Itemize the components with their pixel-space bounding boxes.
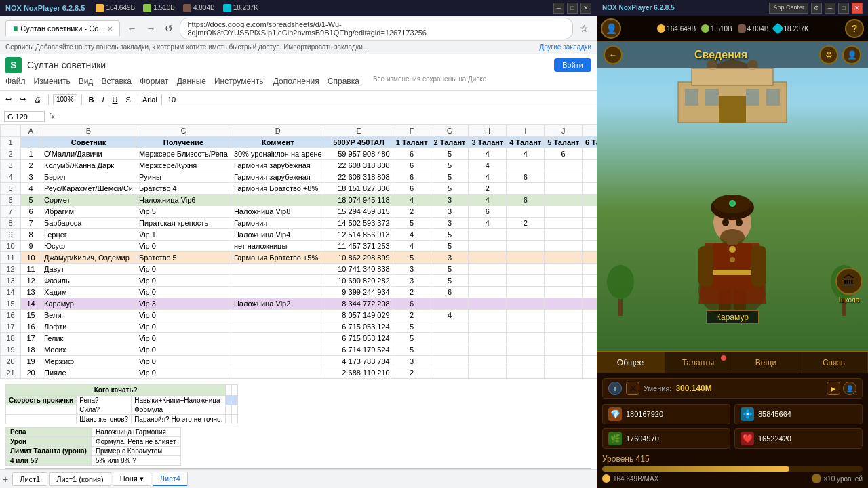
col-h-header[interactable]: H xyxy=(469,125,507,137)
back-button[interactable]: ← xyxy=(124,22,139,35)
tab-general[interactable]: Общее xyxy=(597,352,665,373)
menu-view[interactable]: Вид xyxy=(79,75,94,87)
sheet-tab-1[interactable]: Лист1 xyxy=(12,472,47,486)
close-icon[interactable]: ✕ xyxy=(107,25,113,33)
font-name[interactable]: Arial xyxy=(142,96,157,104)
row-20-name[interactable]: Мержиф xyxy=(41,356,136,367)
col-a-header[interactable]: A xyxy=(21,125,41,137)
col-f-header[interactable]: F xyxy=(393,125,431,137)
row-8-name[interactable]: Барбароса xyxy=(41,218,136,229)
nox-close[interactable]: ✕ xyxy=(580,3,591,14)
maximize-icon[interactable]: □ xyxy=(838,3,849,14)
menu-data[interactable]: Данные xyxy=(177,75,206,87)
address-bar[interactable]: https://docs.google.com/spreadsheets/d/1… xyxy=(180,18,573,39)
menu-tools[interactable]: Инструменты xyxy=(214,75,265,87)
row-6-name[interactable]: Сормет xyxy=(41,195,136,206)
row-10-name[interactable]: Юсуф xyxy=(41,241,136,252)
bold-button[interactable]: B xyxy=(86,95,97,104)
row-2-name[interactable]: О'Малли/Давичи xyxy=(41,148,136,160)
sheet-tab-copy[interactable]: Лист1 (копия) xyxy=(49,472,111,486)
spreadsheet-container[interactable]: A B C D E F G H I J K L M 1 Сов xyxy=(0,125,597,469)
row-18-name[interactable]: Гелик xyxy=(41,333,136,344)
row-5-name[interactable]: Реус/Карахмет/Шемси/Си xyxy=(41,183,136,195)
row-3-name[interactable]: Колумб/Жанна Дарк xyxy=(41,160,136,171)
col-k-header[interactable]: K xyxy=(583,125,597,137)
reload-button[interactable]: ↺ xyxy=(162,22,176,35)
nox-maximize[interactable]: □ xyxy=(567,3,578,14)
row-12-name[interactable]: Давут xyxy=(41,264,136,275)
bookmark-button[interactable]: ☆ xyxy=(577,22,591,35)
sheets-panel: NOX NoxPlayer 6.2.8.5 164.649B 1.510B 4.… xyxy=(0,0,597,488)
menu-insert[interactable]: Вставка xyxy=(101,75,132,87)
underline-button[interactable]: U xyxy=(110,95,121,104)
tab-relations[interactable]: Связь xyxy=(800,352,868,373)
strikethrough-button[interactable]: S xyxy=(123,95,134,104)
menu-addons[interactable]: Дополнения xyxy=(273,75,319,87)
expand-icon[interactable]: ▶ xyxy=(827,382,840,395)
toolbar-sep-1 xyxy=(48,94,49,105)
help-button[interactable]: ? xyxy=(845,19,864,38)
font-size[interactable]: 10 xyxy=(167,96,176,104)
row-16-name[interactable]: Вели xyxy=(41,310,136,321)
share-game-button[interactable]: 👤 xyxy=(842,45,861,64)
resource-wood: 4.804B xyxy=(738,24,769,33)
selected-cell-1[interactable] xyxy=(226,396,232,405)
formula-input[interactable] xyxy=(59,113,593,121)
col-e-header[interactable]: E xyxy=(325,125,393,137)
info-icon[interactable]: i xyxy=(608,382,622,395)
row-17-name[interactable]: Лофти xyxy=(41,321,136,333)
cell-reference[interactable] xyxy=(4,111,45,122)
add-sheet-button[interactable]: + xyxy=(3,474,8,485)
zoom-level[interactable]: 100% xyxy=(53,94,77,104)
sheets-doc-title[interactable]: Султан советники xyxy=(27,60,106,70)
app-center-button[interactable]: App Center xyxy=(769,3,808,14)
svg-rect-21 xyxy=(751,246,766,287)
school-button[interactable]: 🏛 Школа xyxy=(835,268,863,304)
row-4-name[interactable]: Бэрил xyxy=(41,171,136,183)
menu-help[interactable]: Справка xyxy=(328,75,359,87)
row-19-name[interactable]: Месих xyxy=(41,344,136,356)
settings-game-button[interactable]: ⚙ xyxy=(819,45,838,64)
sheet-tab-ponya[interactable]: Поня ▾ xyxy=(113,472,151,486)
forward-button[interactable]: → xyxy=(143,22,158,35)
row-6-t6 xyxy=(583,195,597,206)
col-d-header[interactable]: D xyxy=(231,125,325,137)
menu-edit[interactable]: Изменить xyxy=(34,75,71,87)
char-name: Карамур xyxy=(706,310,759,324)
tab-talents[interactable]: Таланты xyxy=(665,352,732,373)
redo-button[interactable]: ↪ xyxy=(17,94,28,104)
row-7-name[interactable]: Ибрагим xyxy=(41,206,136,218)
settings-icon[interactable]: ⚙ xyxy=(811,3,822,14)
row-11-t5 xyxy=(545,252,583,264)
col-j-header[interactable]: J xyxy=(545,125,583,137)
sheet-tab-4[interactable]: Лист4 xyxy=(153,472,188,486)
print-button[interactable]: 🖨 xyxy=(31,95,44,104)
col-b-header[interactable]: B xyxy=(41,125,136,137)
undo-button[interactable]: ↩ xyxy=(3,94,14,104)
browser-tab[interactable]: ■ Султан советники - Со... ✕ xyxy=(5,20,120,36)
italic-button[interactable]: I xyxy=(100,95,107,104)
menu-format[interactable]: Формат xyxy=(140,75,169,87)
row-13-name[interactable]: Фазиль xyxy=(41,275,136,287)
col-c-header[interactable]: C xyxy=(136,125,231,137)
tab-items[interactable]: Вещи xyxy=(732,352,800,373)
player-avatar[interactable]: 👤 xyxy=(601,18,621,39)
nox-minimize[interactable]: ─ xyxy=(553,3,564,14)
svg-rect-6 xyxy=(685,89,698,106)
col-g-header[interactable]: G xyxy=(431,125,469,137)
other-bookmarks[interactable]: Другие закладки xyxy=(539,43,591,51)
menu-file[interactable]: Файл xyxy=(5,75,26,87)
profile-icon[interactable]: 👤 xyxy=(843,382,856,395)
close-game-icon[interactable]: ✕ xyxy=(852,3,863,14)
row-21-name[interactable]: Пияле xyxy=(41,367,136,379)
row-14-name[interactable]: Хадим xyxy=(41,287,136,298)
back-game-button[interactable]: ← xyxy=(604,45,623,64)
selected-cell-2[interactable] xyxy=(232,396,238,405)
row-9-name[interactable]: Герцег xyxy=(41,229,136,241)
row-21-t4 xyxy=(507,367,545,379)
share-button[interactable]: Войти xyxy=(554,58,591,72)
row-11-name[interactable]: Джамур/Килич, Оздемир xyxy=(41,252,136,264)
col-i-header[interactable]: I xyxy=(507,125,545,137)
row-15-name[interactable]: Карамур xyxy=(41,298,136,310)
minimize-icon[interactable]: ─ xyxy=(825,3,835,14)
